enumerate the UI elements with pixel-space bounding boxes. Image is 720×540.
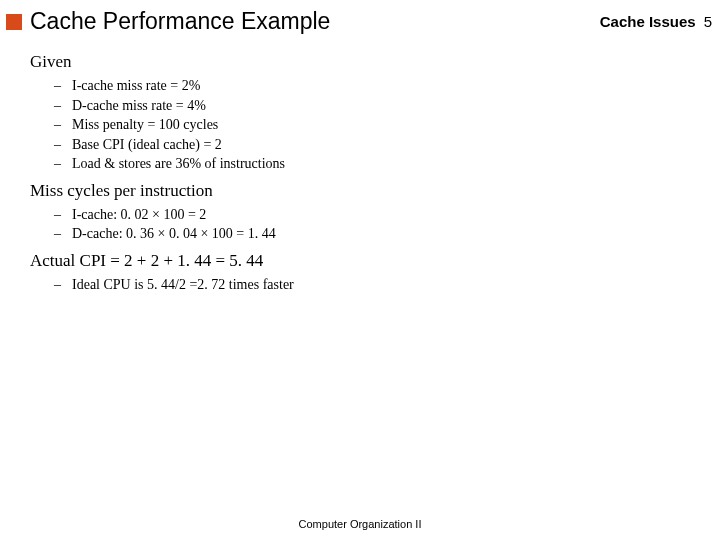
list-item: I-cache: 0. 02 × 100 = 2 — [72, 205, 720, 225]
header-right: Cache Issues 5 — [600, 13, 712, 30]
page-number: 5 — [704, 13, 712, 30]
list-item: Load & stores are 36% of instructions — [72, 154, 720, 174]
slide-header: Cache Performance Example Cache Issues 5 — [0, 0, 720, 39]
section-heading-given: Given — [30, 51, 720, 74]
section-heading-actual: Actual CPI = 2 + 2 + 1. 44 = 5. 44 — [30, 250, 720, 273]
slide-content: Given I-cache miss rate = 2% D-cache mis… — [0, 39, 720, 295]
section-heading-miss: Miss cycles per instruction — [30, 180, 720, 203]
actual-list: Ideal CPU is 5. 44/2 =2. 72 times faster — [30, 275, 720, 295]
list-item: D-cache: 0. 36 × 0. 04 × 100 = 1. 44 — [72, 224, 720, 244]
list-item: I-cache miss rate = 2% — [72, 76, 720, 96]
miss-list: I-cache: 0. 02 × 100 = 2 D-cache: 0. 36 … — [30, 205, 720, 244]
list-item: Base CPI (ideal cache) = 2 — [72, 135, 720, 155]
footer-text: Computer Organization II — [0, 518, 720, 530]
list-item: Miss penalty = 100 cycles — [72, 115, 720, 135]
given-list: I-cache miss rate = 2% D-cache miss rate… — [30, 76, 720, 174]
list-item: D-cache miss rate = 4% — [72, 96, 720, 116]
topic-label: Cache Issues — [600, 13, 696, 30]
bullet-square-icon — [6, 14, 22, 30]
list-item: Ideal CPU is 5. 44/2 =2. 72 times faster — [72, 275, 720, 295]
slide-title: Cache Performance Example — [30, 8, 600, 35]
